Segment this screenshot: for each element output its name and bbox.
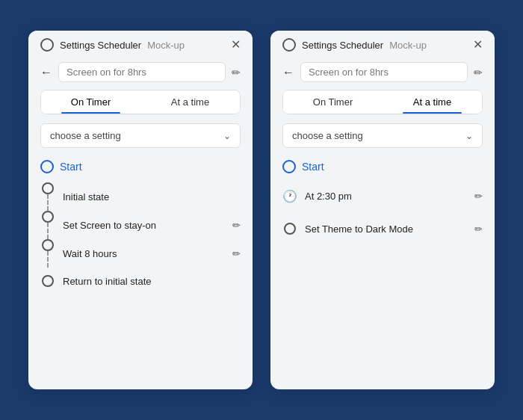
card-at-a-time: Settings Scheduler Mock-up ✕ ← ✏ On Time… bbox=[270, 31, 495, 389]
step-text: Initial state bbox=[63, 191, 241, 203]
step-dashed-line bbox=[47, 251, 49, 268]
steps-list-1: Initial state Set Screen to stay-on ✏ Wa… bbox=[28, 182, 253, 306]
step-circle bbox=[284, 223, 296, 235]
title-bar-2: Settings Scheduler Mock-up ✕ bbox=[270, 31, 495, 58]
step-circle bbox=[42, 239, 54, 251]
steps-list-2: 🕐 At 2:30 pm ✏ Set Theme to Dark Mode ✏ bbox=[270, 182, 495, 254]
step-item: 🕐 At 2:30 pm ✏ bbox=[282, 182, 483, 209]
tab-bar-1: On Timer At a time bbox=[40, 90, 241, 114]
app-title-1: Settings Scheduler bbox=[60, 40, 141, 51]
search-bar-2: ← ✏ bbox=[270, 58, 495, 90]
step-edit-icon[interactable]: ✏ bbox=[232, 248, 241, 259]
step-node-col: 🕐 bbox=[282, 189, 297, 203]
start-circle-1 bbox=[40, 160, 54, 173]
step-item: Return to initial state bbox=[40, 268, 241, 294]
tab-at-a-time-1[interactable]: At a time bbox=[140, 90, 240, 114]
start-row-2: Start bbox=[270, 157, 495, 182]
edit-icon-search-1[interactable]: ✏ bbox=[232, 67, 241, 78]
step-node-col bbox=[40, 239, 55, 268]
tab-at-a-time-2[interactable]: At a time bbox=[383, 90, 482, 114]
setting-dropdown-2[interactable]: choose a setting ⌄ bbox=[282, 123, 483, 148]
step-item: Set Theme to Dark Mode ✏ bbox=[282, 215, 483, 242]
step-text: Set Screen to stay-on bbox=[63, 220, 225, 231]
step-circle bbox=[42, 182, 54, 194]
close-button-1[interactable]: ✕ bbox=[231, 39, 241, 51]
app-icon-1 bbox=[40, 38, 54, 52]
step-node-col bbox=[40, 211, 55, 239]
back-arrow-1[interactable]: ← bbox=[40, 66, 52, 79]
start-label-2: Start bbox=[302, 161, 324, 173]
mockup-label-2: Mock-up bbox=[389, 40, 427, 51]
chevron-icon-1: ⌄ bbox=[223, 131, 231, 141]
step-text: Set Theme to Dark Mode bbox=[305, 223, 467, 235]
title-bar-left-2: Settings Scheduler Mock-up bbox=[282, 38, 427, 52]
search-input-1[interactable] bbox=[58, 62, 226, 82]
step-item: Set Screen to stay-on ✏ bbox=[40, 211, 241, 239]
clock-icon: 🕐 bbox=[282, 189, 297, 203]
close-button-2[interactable]: ✕ bbox=[473, 39, 483, 51]
edit-icon-search-2[interactable]: ✏ bbox=[474, 67, 483, 78]
tab-on-timer-2[interactable]: On Timer bbox=[283, 90, 383, 114]
step-dashed-line bbox=[47, 223, 49, 239]
search-input-2[interactable] bbox=[300, 62, 468, 82]
step-node-col bbox=[40, 182, 55, 211]
step-circle bbox=[42, 211, 54, 223]
step-text: At 2:30 pm bbox=[305, 191, 467, 202]
step-edit-icon[interactable]: ✏ bbox=[232, 220, 241, 231]
title-bar-1: Settings Scheduler Mock-up ✕ bbox=[28, 31, 253, 58]
dropdown-row-2: choose a setting ⌄ bbox=[282, 123, 483, 148]
app-icon-2 bbox=[282, 38, 296, 52]
dropdown-label-1: choose a setting bbox=[50, 130, 121, 141]
step-node-col bbox=[40, 275, 55, 287]
start-row-1: Start bbox=[28, 157, 253, 182]
step-text: Return to initial state bbox=[63, 276, 241, 287]
start-circle-2 bbox=[282, 160, 296, 173]
start-label-1: Start bbox=[60, 161, 82, 173]
tab-on-timer-1[interactable]: On Timer bbox=[41, 90, 140, 114]
search-bar-1: ← ✏ bbox=[28, 58, 253, 90]
step-node-col bbox=[282, 223, 297, 235]
tab-bar-2: On Timer At a time bbox=[282, 90, 483, 114]
setting-dropdown-1[interactable]: choose a setting ⌄ bbox=[40, 123, 241, 148]
card-on-timer: Settings Scheduler Mock-up ✕ ← ✏ On Time… bbox=[28, 31, 253, 389]
step-edit-icon[interactable]: ✏ bbox=[474, 223, 483, 235]
app-title-2: Settings Scheduler bbox=[302, 40, 383, 51]
step-circle bbox=[42, 275, 54, 287]
dropdown-label-2: choose a setting bbox=[292, 130, 363, 141]
mockup-label-1: Mock-up bbox=[147, 40, 185, 51]
chevron-icon-2: ⌄ bbox=[465, 131, 473, 141]
step-item: Initial state bbox=[40, 182, 241, 211]
title-bar-left-1: Settings Scheduler Mock-up bbox=[40, 38, 185, 52]
back-arrow-2[interactable]: ← bbox=[282, 66, 294, 79]
step-item: Wait 8 hours ✏ bbox=[40, 239, 241, 268]
step-dashed-line bbox=[47, 194, 49, 211]
dropdown-row-1: choose a setting ⌄ bbox=[40, 123, 241, 148]
step-edit-icon[interactable]: ✏ bbox=[474, 191, 483, 202]
step-text: Wait 8 hours bbox=[63, 248, 225, 259]
